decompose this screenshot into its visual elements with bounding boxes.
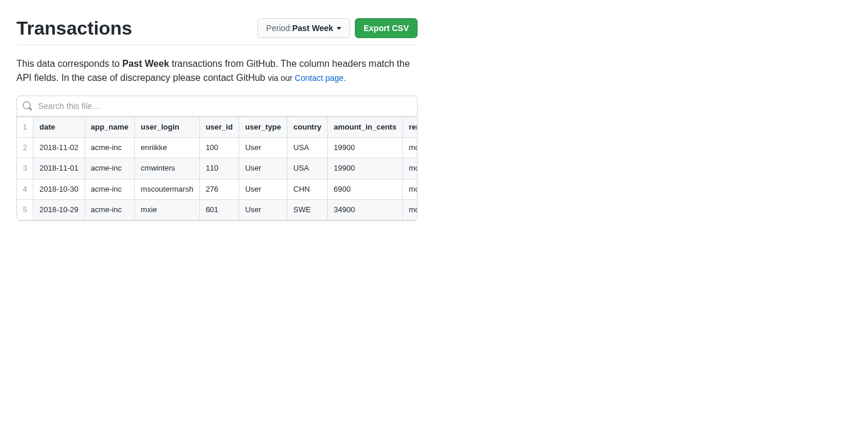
cell-user-login: mxie	[135, 199, 200, 220]
cell-date: 2018-10-29	[33, 199, 85, 220]
period-value: Past Week	[292, 22, 333, 34]
cell-country: CHN	[287, 179, 328, 199]
cell-date: 2018-11-01	[33, 158, 85, 179]
cell-renewal: monthly	[402, 199, 417, 220]
cell-country: USA	[287, 138, 328, 158]
period-prefix: Period:	[266, 22, 292, 34]
search-input[interactable]	[37, 101, 411, 111]
page-title: Transactions	[16, 16, 132, 40]
cell-user-login: enriikke	[135, 138, 200, 158]
cell-amount: 19900	[327, 138, 402, 158]
search-bar	[17, 96, 417, 117]
table-scroll[interactable]: 1 date app_name user_login user_id user_…	[17, 117, 417, 220]
col-user-type: user_type	[239, 117, 287, 138]
transactions-table: 1 date app_name user_login user_id user_…	[17, 117, 417, 220]
desc-period: Past Week	[123, 59, 169, 69]
cell-date: 2018-10-30	[33, 179, 85, 199]
period-dropdown[interactable]: Period: Past Week	[257, 18, 350, 38]
cell-user-login: cmwinters	[135, 158, 200, 179]
cell-amount: 34900	[327, 199, 402, 220]
col-user-id: user_id	[199, 117, 239, 138]
cell-app-name: acme-inc	[84, 158, 134, 179]
cell-renewal: monthly	[402, 138, 417, 158]
table-row: 3 2018-11-01 acme-inc cmwinters 110 User…	[17, 158, 417, 179]
cell-user-id: 110	[199, 158, 239, 179]
table-row: 5 2018-10-29 acme-inc mxie 601 User SWE …	[17, 199, 417, 220]
table-header-row: 1 date app_name user_login user_id user_…	[17, 117, 417, 138]
cell-user-id: 100	[199, 138, 239, 158]
contact-page-link[interactable]: Contact page	[295, 73, 344, 83]
col-date: date	[33, 117, 85, 138]
col-user-login: user_login	[135, 117, 200, 138]
cell-country: SWE	[287, 199, 328, 220]
row-lineno: 4	[17, 179, 33, 199]
cell-app-name: acme-inc	[84, 138, 134, 158]
cell-user-type: User	[239, 179, 287, 199]
table-row: 2 2018-11-02 acme-inc enriikke 100 User …	[17, 138, 417, 158]
cell-renewal: monthly	[402, 179, 417, 199]
cell-user-type: User	[239, 138, 287, 158]
cell-user-id: 276	[199, 179, 239, 199]
row-lineno: 5	[17, 199, 33, 220]
row-lineno: 2	[17, 138, 33, 158]
desc-via: via our	[268, 73, 295, 83]
cell-user-id: 601	[199, 199, 239, 220]
file-viewer: 1 date app_name user_login user_id user_…	[16, 96, 418, 221]
cell-user-login: mscoutermarsh	[135, 179, 200, 199]
col-app-name: app_name	[84, 117, 134, 138]
cell-app-name: acme-inc	[84, 179, 134, 199]
cell-app-name: acme-inc	[84, 199, 134, 220]
cell-renewal: monthly	[402, 158, 417, 179]
desc-end: .	[344, 73, 346, 83]
export-csv-label: Export CSV	[364, 22, 409, 34]
page-header: Transactions Period: Past Week Export CS…	[16, 16, 418, 45]
col-renewal-freq: renewal_freque	[402, 117, 417, 138]
cell-user-type: User	[239, 199, 287, 220]
chevron-down-icon	[337, 27, 341, 30]
description-text: This data corresponds to Past Week trans…	[16, 57, 418, 85]
search-icon	[23, 101, 32, 111]
table-row: 4 2018-10-30 acme-inc mscoutermarsh 276 …	[17, 179, 417, 199]
col-amount-in-cents: amount_in_cents	[327, 117, 402, 138]
row-lineno: 3	[17, 158, 33, 179]
header-actions: Period: Past Week Export CSV	[257, 18, 418, 38]
cell-country: USA	[287, 158, 328, 179]
cell-user-type: User	[239, 158, 287, 179]
cell-date: 2018-11-02	[33, 138, 85, 158]
export-csv-button[interactable]: Export CSV	[355, 18, 418, 38]
cell-amount: 19900	[327, 158, 402, 179]
col-country: country	[287, 117, 328, 138]
desc-pre: This data corresponds to	[16, 59, 123, 69]
header-lineno: 1	[17, 117, 33, 138]
cell-amount: 6900	[327, 179, 402, 199]
